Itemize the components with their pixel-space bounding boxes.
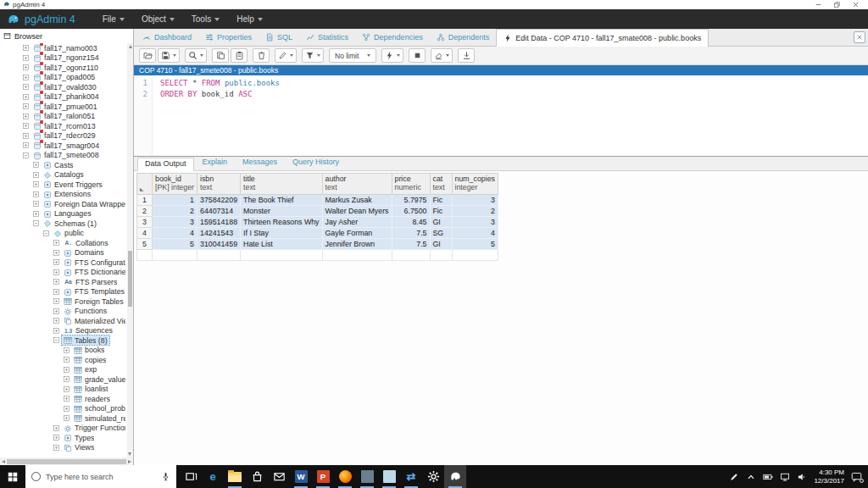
tree-item-public[interactable]: public [0, 229, 127, 239]
taskbar-app-transfer[interactable]: ⇄ [400, 465, 422, 488]
expand-icon[interactable] [53, 425, 59, 431]
tree-item-domains[interactable]: Domains [0, 248, 127, 258]
menu-object[interactable]: Object [133, 9, 183, 29]
column-header-price[interactable]: pricenumeric [392, 174, 430, 195]
row-limit-select[interactable]: No limit [329, 48, 376, 63]
empty-cell[interactable] [241, 250, 322, 261]
expand-icon[interactable] [64, 386, 70, 392]
taskbar-app-file-explorer[interactable] [224, 465, 246, 488]
tree-item-trigger-functions[interactable]: Trigger Functions [0, 424, 127, 434]
expand-icon[interactable] [23, 84, 29, 90]
tab-edit-data-cop-4710-fall17-smate008-public-books[interactable]: Edit Data - COP 4710 - fall17_smate008 -… [496, 29, 709, 47]
expand-icon[interactable] [53, 250, 59, 256]
taskbar-app-settings[interactable] [422, 465, 444, 488]
empty-cell[interactable] [322, 250, 392, 261]
tree-item-fall17-namo003[interactable]: fall17_namo003 [0, 43, 127, 53]
expand-icon[interactable] [33, 211, 39, 217]
collapse-icon[interactable] [53, 337, 59, 343]
expand-icon[interactable] [64, 396, 70, 402]
tree-item-simulated-records[interactable]: simulated_records [0, 413, 127, 424]
expand-icon[interactable] [23, 94, 29, 100]
expand-icon[interactable] [53, 298, 59, 304]
cell-book_id[interactable]: 3 [153, 217, 198, 228]
tray-net-button[interactable] [780, 472, 790, 482]
row-number[interactable]: 5 [137, 239, 153, 250]
cell-price[interactable]: 8.45 [392, 217, 430, 228]
cell-book_id[interactable]: 5 [153, 239, 198, 250]
taskbar-clock[interactable]: 4:30 PM 12/3/2017 [814, 469, 844, 485]
cell-author[interactable]: Jay Asher [322, 217, 392, 228]
tree-item-fall17-ngonz154[interactable]: fall17_ngonz154 [0, 53, 127, 64]
expand-icon[interactable] [53, 308, 59, 314]
expand-icon[interactable] [23, 55, 29, 61]
tray-battery-button[interactable] [763, 472, 773, 482]
tree-item-foreign-data-wrappers[interactable]: Foreign Data Wrappers [0, 199, 127, 209]
tree-item-fts-parsers[interactable]: AaFTS Parsers [0, 277, 127, 287]
expand-icon[interactable] [53, 259, 59, 265]
expand-icon[interactable] [53, 240, 59, 246]
cell-num_copies[interactable]: 4 [452, 228, 498, 239]
expand-icon[interactable] [23, 103, 29, 109]
expand-icon[interactable] [64, 347, 70, 353]
cell-title[interactable]: Hate List [241, 239, 322, 250]
taskbar-app-photos[interactable] [356, 465, 378, 488]
row-number[interactable]: 4 [137, 228, 153, 239]
tree-item-types[interactable]: Types [0, 433, 127, 443]
find-button[interactable] [185, 48, 207, 63]
copy-row-button[interactable] [212, 48, 229, 63]
cell-title[interactable]: The Book Thief [241, 195, 322, 206]
tree-item-views[interactable]: Views [0, 443, 127, 453]
tree-item-fall17-ralon051[interactable]: fall17_ralon051 [0, 112, 127, 122]
minimize-button[interactable] [809, 0, 827, 8]
output-tab-explain[interactable]: Explain [196, 157, 235, 170]
grid-corner-header[interactable] [137, 174, 153, 195]
tree-item-catalogs[interactable]: Catalogs [0, 170, 127, 180]
cell-author[interactable]: Jennifer Brown [322, 239, 392, 250]
scroll-right-arrow[interactable] [128, 460, 131, 463]
empty-cell[interactable] [392, 250, 430, 261]
tree-item-casts[interactable]: Casts [0, 160, 127, 170]
row-number[interactable]: 2 [137, 206, 153, 217]
execute-query-button[interactable] [381, 48, 403, 63]
cell-isbn[interactable]: 64407314 [198, 206, 241, 217]
taskbar-app-word[interactable]: W [290, 465, 312, 488]
taskbar-app-edge[interactable]: e [202, 465, 224, 488]
column-header-isbn[interactable]: isbntext [198, 174, 241, 195]
tree-item-sequences[interactable]: 1.3Sequences [0, 326, 127, 336]
tray-pen-button[interactable] [729, 472, 739, 482]
sql-code[interactable]: SELECT * FROM public.booksORDER BY book_… [153, 75, 280, 156]
delete-row-button[interactable] [253, 48, 270, 63]
expand-icon[interactable] [64, 415, 70, 421]
tree-item-collations[interactable]: A↓Collations [0, 238, 127, 248]
tree-item-extensions[interactable]: Extensions [0, 190, 127, 200]
menu-tools[interactable]: Tools [183, 9, 228, 29]
tab-properties[interactable]: Properties [198, 29, 259, 46]
expand-icon[interactable] [23, 123, 29, 129]
expand-icon[interactable] [23, 45, 29, 51]
expand-icon[interactable] [64, 357, 70, 363]
expand-icon[interactable] [33, 201, 39, 207]
vertical-scroll-thumb[interactable] [128, 251, 132, 307]
cell-price[interactable]: 5.7975 [392, 195, 430, 206]
tree-item-languages[interactable]: Languages [0, 209, 127, 219]
tree-item-fts-configurations[interactable]: FTS Configurations [0, 258, 127, 268]
expand-icon[interactable] [64, 367, 70, 373]
cell-title[interactable]: Thirteen Reasons Why [241, 217, 322, 228]
taskbar-search[interactable]: Type here to search [25, 465, 176, 488]
scroll-left-arrow[interactable] [2, 460, 5, 463]
collapse-icon[interactable] [43, 230, 49, 236]
tree-item-loanlist[interactable]: loanlist [0, 385, 127, 395]
tree-item-fall17-opad005[interactable]: fall17_opad005 [0, 73, 127, 83]
action-center-button[interactable] [851, 471, 862, 482]
cell-cat[interactable]: GI [430, 239, 452, 250]
tab-dependencies[interactable]: Dependencies [355, 29, 430, 46]
scroll-down-arrow[interactable] [128, 452, 131, 456]
close-tab-button[interactable] [854, 31, 865, 43]
output-tab-messages[interactable]: Messages [236, 157, 284, 170]
menu-file[interactable]: File [94, 9, 133, 29]
tree-item-fts-templates[interactable]: FTS Templates [0, 287, 127, 297]
tree-item-books[interactable]: books [0, 346, 127, 356]
tree-item-grade-values[interactable]: grade_values [0, 374, 127, 385]
expand-icon[interactable] [33, 191, 39, 197]
cell-isbn[interactable]: 310041459 [198, 239, 241, 250]
